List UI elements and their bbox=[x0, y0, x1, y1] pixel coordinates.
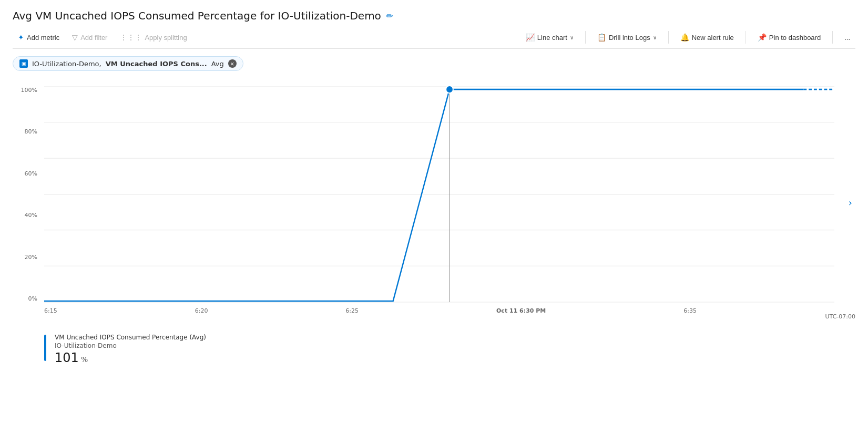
svg-point-9 bbox=[446, 86, 453, 93]
drill-logs-icon: 📋 bbox=[597, 33, 606, 42]
legend-unit: % bbox=[81, 355, 88, 364]
x-axis: 6:15 6:20 6:25 Oct 11 6:30 PM 6:35 bbox=[44, 304, 834, 323]
new-alert-rule-button[interactable]: 🔔 New alert rule bbox=[675, 30, 739, 44]
add-filter-button[interactable]: ▽ Add filter bbox=[67, 30, 113, 44]
x-label-620: 6:20 bbox=[195, 307, 208, 314]
chart-svg bbox=[44, 87, 834, 302]
metric-resource: IO-Utilization-Demo, bbox=[32, 60, 101, 68]
alert-rule-icon: 🔔 bbox=[680, 33, 689, 42]
y-label-100: 100% bbox=[21, 87, 37, 94]
y-label-40: 40% bbox=[25, 212, 37, 219]
metric-remove-button[interactable]: × bbox=[228, 59, 237, 68]
toolbar-right: 📈 Line chart ∨ 📋 Drill into Logs ∨ 🔔 New… bbox=[520, 30, 855, 44]
expand-chart-button[interactable]: › bbox=[849, 197, 852, 208]
drill-logs-chevron: ∨ bbox=[653, 35, 657, 40]
legend-subtitle: IO-Utilization-Demo bbox=[55, 342, 206, 349]
more-options-button[interactable]: ... bbox=[839, 31, 855, 44]
legend-value-row: 101 % bbox=[55, 350, 206, 365]
line-chart-icon: 📈 bbox=[526, 33, 535, 42]
drill-into-logs-button[interactable]: 📋 Drill into Logs ∨ bbox=[592, 30, 662, 44]
title-row: Avg VM Uncached IOPS Consumed Percentage… bbox=[13, 9, 855, 22]
x-label-615: 6:15 bbox=[44, 307, 57, 314]
metric-pill: ▣ IO-Utilization-Demo, VM Uncached IOPS … bbox=[13, 56, 243, 71]
add-metric-icon: ✦ bbox=[18, 33, 24, 42]
pin-to-dashboard-button[interactable]: 📌 Pin to dashboard bbox=[752, 30, 826, 44]
legend-title: VM Uncached IOPS Consumed Percentage (Av… bbox=[55, 334, 206, 341]
apply-splitting-button[interactable]: ⋮⋮⋮ Apply splitting bbox=[115, 30, 192, 44]
divider-4 bbox=[832, 31, 833, 44]
chart-area: 100% 80% 60% 40% 20% 0% bbox=[13, 81, 855, 323]
divider-3 bbox=[746, 31, 746, 44]
edit-icon[interactable]: ✏️ bbox=[386, 11, 393, 21]
page: Avg VM Uncached IOPS Consumed Percentage… bbox=[0, 0, 868, 434]
apply-splitting-icon: ⋮⋮⋮ bbox=[120, 33, 142, 42]
y-label-60: 60% bbox=[25, 170, 37, 177]
toolbar: ✦ Add metric ▽ Add filter ⋮⋮⋮ Apply spli… bbox=[13, 30, 855, 49]
legend-value: 101 bbox=[55, 350, 79, 365]
add-filter-icon: ▽ bbox=[72, 33, 78, 42]
y-label-0: 0% bbox=[28, 295, 37, 302]
utc-label: UTC-07:00 bbox=[825, 313, 855, 320]
line-chart-button[interactable]: 📈 Line chart ∨ bbox=[520, 30, 579, 44]
x-label-630: Oct 11 6:30 PM bbox=[496, 307, 546, 314]
metric-aggregation: Avg bbox=[211, 60, 224, 68]
divider-2 bbox=[668, 31, 669, 44]
page-title: Avg VM Uncached IOPS Consumed Percentage… bbox=[13, 9, 381, 22]
x-label-625: 6:25 bbox=[345, 307, 359, 314]
pin-icon: 📌 bbox=[758, 33, 767, 42]
vm-resource-icon: ▣ bbox=[19, 59, 28, 68]
chart-svg-container bbox=[44, 87, 834, 302]
add-metric-button[interactable]: ✦ Add metric bbox=[13, 30, 65, 44]
legend-text: VM Uncached IOPS Consumed Percentage (Av… bbox=[55, 334, 206, 365]
legend-area: VM Uncached IOPS Consumed Percentage (Av… bbox=[13, 328, 855, 367]
y-label-20: 20% bbox=[25, 254, 37, 261]
toolbar-left: ✦ Add metric ▽ Add filter ⋮⋮⋮ Apply spli… bbox=[13, 30, 520, 44]
y-label-80: 80% bbox=[25, 128, 37, 135]
x-label-635: 6:35 bbox=[683, 307, 697, 314]
metric-metric-name: VM Uncached IOPS Cons... bbox=[106, 60, 207, 68]
line-chart-chevron: ∨ bbox=[570, 35, 574, 40]
y-axis: 100% 80% 60% 40% 20% 0% bbox=[13, 87, 42, 302]
legend-color-bar bbox=[44, 335, 46, 361]
divider-1 bbox=[585, 31, 586, 44]
